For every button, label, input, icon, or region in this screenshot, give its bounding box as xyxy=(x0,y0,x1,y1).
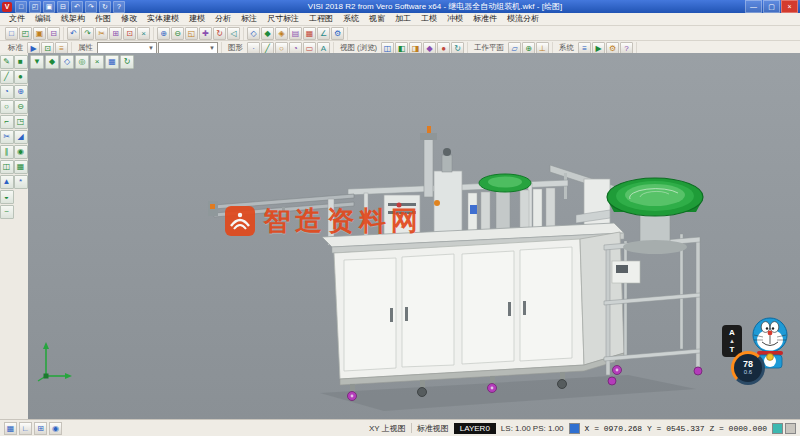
redo-icon[interactable]: ↷ xyxy=(85,1,97,13)
revolve-icon[interactable]: ◒ xyxy=(0,190,14,204)
menu-item[interactable]: 标注 xyxy=(236,13,262,25)
grid-toggle-icon[interactable]: ⊞ xyxy=(34,422,47,435)
solid-box-icon[interactable]: ■ xyxy=(14,55,28,69)
snap-intersect-icon[interactable]: × xyxy=(90,55,104,69)
extrude-icon[interactable]: ▲ xyxy=(0,175,14,189)
menu-item[interactable]: 标准件 xyxy=(468,13,502,25)
print-icon[interactable]: ⊟ xyxy=(57,1,69,13)
new-file-icon[interactable]: □ xyxy=(5,27,18,40)
menu-item[interactable]: 实体建模 xyxy=(142,13,184,25)
view-group-label: 视图 (浏览) xyxy=(337,43,380,53)
compass-letter-top: A xyxy=(729,328,735,337)
menu-item[interactable]: 文件 xyxy=(4,13,30,25)
rotate-view-icon[interactable]: ↻ xyxy=(213,27,226,40)
offset-icon[interactable]: ∥ xyxy=(0,145,14,159)
active-view-label[interactable]: XY 上视图 xyxy=(369,423,406,434)
shaded-mode-icon[interactable]: ◆ xyxy=(261,27,274,40)
redo-icon[interactable]: ↷ xyxy=(81,27,94,40)
zoom-out-icon[interactable]: ⊖ xyxy=(171,27,184,40)
snap-mid-icon[interactable]: ◇ xyxy=(60,55,74,69)
save-file-icon[interactable]: ▣ xyxy=(43,1,55,13)
zoom-in-icon[interactable]: ⊕ xyxy=(157,27,170,40)
measure-icon[interactable]: ∠ xyxy=(317,27,330,40)
minimize-button[interactable]: — xyxy=(745,0,762,13)
line-icon[interactable]: ╱ xyxy=(0,70,14,84)
help-icon[interactable]: ? xyxy=(113,1,125,13)
chamfer-icon[interactable]: ◢ xyxy=(14,130,28,144)
menu-item[interactable]: 线架构 xyxy=(56,13,90,25)
active-layer-badge[interactable]: LAYER0 xyxy=(454,423,496,434)
copy-icon[interactable]: ⊞ xyxy=(109,27,122,40)
menu-item[interactable]: 作图 xyxy=(90,13,116,25)
shell-icon[interactable]: ◳ xyxy=(14,115,28,129)
window-title: VISI 2018 R2 from Vero Software x64 - 继电… xyxy=(126,1,744,12)
grid-toggle-icon[interactable]: ▦ xyxy=(303,27,316,40)
open-file-icon[interactable]: ◰ xyxy=(29,1,41,13)
select-filter-icon[interactable]: ▼ xyxy=(30,55,44,69)
wireframe-mode-icon[interactable]: ◇ xyxy=(247,27,260,40)
sketch-icon[interactable]: ✎ xyxy=(0,55,14,69)
menu-item[interactable]: 分析 xyxy=(210,13,236,25)
undo-icon[interactable]: ↶ xyxy=(67,27,80,40)
menu-item[interactable]: 加工 xyxy=(390,13,416,25)
arc-icon[interactable]: ◔ xyxy=(0,85,14,99)
menu-item[interactable]: 工程图 xyxy=(304,13,338,25)
menu-item[interactable]: 系统 xyxy=(338,13,364,25)
menu-item[interactable]: 建模 xyxy=(184,13,210,25)
new-file-icon[interactable]: □ xyxy=(15,1,27,13)
boolean-union-icon[interactable]: ⊕ xyxy=(14,85,28,99)
hidden-line-icon[interactable]: ◈ xyxy=(275,27,288,40)
sweep-icon[interactable]: ~ xyxy=(0,205,14,219)
active-color-chip[interactable] xyxy=(569,423,580,434)
pan-icon[interactable]: ✚ xyxy=(199,27,212,40)
snap-center-icon[interactable]: ◎ xyxy=(75,55,89,69)
fillet-icon[interactable]: ⌐ xyxy=(0,115,14,129)
close-button[interactable]: × xyxy=(781,0,798,13)
trim-icon[interactable]: ✂ xyxy=(0,130,14,144)
menu-item[interactable]: 修改 xyxy=(116,13,142,25)
menu-item[interactable]: 模流分析 xyxy=(502,13,544,25)
explode-icon[interactable]: * xyxy=(14,175,28,189)
menu-bar: 文件编辑线架构作图修改实体建模建模分析标注尺寸标注工程图系统视窗加工工模冲模标准… xyxy=(0,13,800,26)
menu-item[interactable]: 冲模 xyxy=(442,13,468,25)
snap-end-icon[interactable]: ◆ xyxy=(45,55,59,69)
3d-viewport[interactable]: ▼◆◇◎×▦↻ xyxy=(28,53,800,420)
menu-item[interactable]: 工模 xyxy=(416,13,442,25)
dynamic-rotate-icon[interactable]: ↻ xyxy=(120,55,134,69)
snap-grid-icon[interactable]: ▦ xyxy=(105,55,119,69)
maximize-button[interactable]: ▢ xyxy=(763,0,780,13)
solid-cylinder-icon[interactable]: ● xyxy=(14,70,28,84)
circle-icon[interactable]: ○ xyxy=(0,100,14,114)
cut-icon[interactable]: ✂ xyxy=(95,27,108,40)
color-chip[interactable] xyxy=(569,423,580,434)
standard-group-label: 标准 xyxy=(5,43,26,53)
open-file-icon[interactable]: ◰ xyxy=(19,27,32,40)
print-icon[interactable]: ⊟ xyxy=(47,27,60,40)
watermark-text: 智造资料网 xyxy=(263,203,423,239)
settings-icon[interactable]: ⚙ xyxy=(331,27,344,40)
statusbar-right-chips xyxy=(772,423,796,434)
color-chip[interactable] xyxy=(785,423,796,434)
view-mode-label[interactable]: 标准视图 xyxy=(417,423,449,434)
refresh-icon[interactable]: ↻ xyxy=(99,1,111,13)
watermark-logo-icon xyxy=(224,205,256,237)
undo-icon[interactable]: ↶ xyxy=(71,1,83,13)
menu-item[interactable]: 视窗 xyxy=(364,13,390,25)
boolean-subtract-icon[interactable]: ⊖ xyxy=(14,100,28,114)
zoom-fit-icon[interactable]: ◱ xyxy=(185,27,198,40)
layer-manager-icon[interactable]: ▤ xyxy=(289,27,302,40)
menu-item[interactable]: 编辑 xyxy=(30,13,56,25)
snap-toggle-icon[interactable]: ▦ xyxy=(4,422,17,435)
delete-icon[interactable]: × xyxy=(137,27,150,40)
tracking-toggle-icon[interactable]: ◉ xyxy=(49,422,62,435)
hole-icon[interactable]: ◉ xyxy=(14,145,28,159)
save-file-icon[interactable]: ▣ xyxy=(33,27,46,40)
ortho-toggle-icon[interactable]: ∟ xyxy=(19,422,32,435)
pattern-icon[interactable]: ▦ xyxy=(14,160,28,174)
app-icon[interactable]: V xyxy=(2,2,12,12)
mirror-icon[interactable]: ◫ xyxy=(0,160,14,174)
paste-icon[interactable]: ⊡ xyxy=(123,27,136,40)
previous-view-icon[interactable]: ◁ xyxy=(227,27,240,40)
color-chip[interactable] xyxy=(772,423,783,434)
menu-item[interactable]: 尺寸标注 xyxy=(262,13,304,25)
